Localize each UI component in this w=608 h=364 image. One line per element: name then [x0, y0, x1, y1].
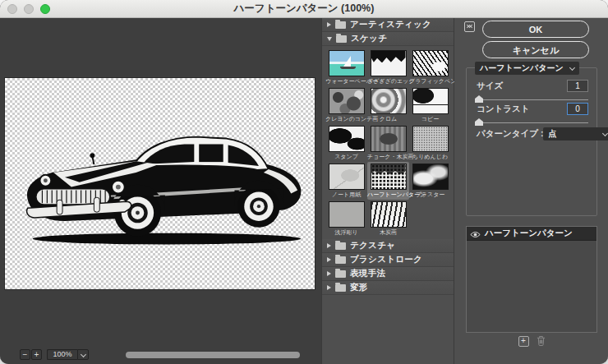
thumb-image — [412, 88, 449, 114]
category-label: ブラシストローク — [350, 254, 422, 265]
thumb-chrome[interactable]: クロム — [367, 86, 409, 124]
thumb-image — [329, 201, 365, 228]
contrast-slider[interactable] — [475, 117, 588, 126]
thumb-label: プラスター — [409, 191, 451, 198]
category-label: テクスチャ — [350, 240, 395, 251]
thumb-image — [329, 126, 365, 152]
folder-icon — [335, 270, 346, 278]
pattern-type-row: パターンタイプ : 点 — [477, 127, 588, 141]
chevron-right-icon — [327, 257, 331, 262]
thumb-label: クレヨンのコンテ画 — [325, 115, 367, 122]
pattern-type-value: 点 — [548, 128, 603, 140]
preview-pane: − + 100% — [0, 18, 321, 364]
category-brush-strokes[interactable]: ブラシストローク — [322, 253, 454, 267]
image-canvas[interactable] — [4, 77, 316, 290]
folder-icon — [335, 21, 346, 29]
pattern-type-dropdown[interactable]: 点 — [543, 127, 608, 141]
thumb-image — [412, 50, 449, 76]
thumb-bas-relief[interactable]: 浅浮彫り — [325, 200, 367, 237]
new-effect-layer-button[interactable]: + — [518, 336, 529, 347]
thumb-label: 浅浮彫り — [325, 228, 367, 236]
thumb-image — [371, 164, 407, 190]
thumb-image — [371, 201, 407, 228]
filter-gallery-dialog: ハーフトーンパターン (100%) — [0, 0, 608, 364]
size-row: サイズ — [477, 80, 588, 92]
ok-button[interactable]: OK — [482, 21, 589, 38]
size-slider[interactable] — [475, 94, 588, 103]
zoom-in-button[interactable]: + — [31, 349, 42, 360]
thumb-image — [371, 88, 407, 114]
slider-thumb[interactable] — [475, 95, 483, 103]
thumb-note-paper[interactable]: ノート用紙 — [325, 162, 367, 200]
thumb-charcoal[interactable]: 木炭画 — [367, 200, 409, 237]
thumb-label: グラフィックペン — [409, 77, 451, 85]
minimize-button[interactable] — [24, 4, 34, 14]
filter-options-group: ハーフトーンパターン サイズ コントラスト パターンタイプ : — [466, 67, 597, 216]
close-button[interactable] — [7, 4, 17, 14]
cancel-button[interactable]: キャンセル — [482, 41, 589, 58]
filter-select-dropdown[interactable]: ハーフトーンパターン — [475, 62, 579, 75]
thumb-image — [371, 50, 407, 76]
category-texture[interactable]: テクスチャ — [322, 239, 454, 253]
category-stylize[interactable]: 表現手法 — [322, 267, 454, 281]
slider-track — [475, 99, 588, 100]
contrast-input[interactable] — [567, 103, 588, 115]
category-sketch[interactable]: スケッチ — [322, 32, 454, 46]
chevron-right-icon — [327, 285, 331, 290]
title-bar[interactable]: ハーフトーンパターン (100%) — [0, 0, 608, 18]
filter-browser-pane: アーティスティック スケッチ ウォーターペーパー ぎざぎざのエッジ グラフィック… — [321, 18, 454, 364]
size-input[interactable] — [567, 80, 588, 92]
slider-track — [475, 122, 588, 123]
settings-pane: OK キャンセル ハーフトーンパターン サイズ コントラスト — [454, 18, 608, 364]
delete-effect-layer-icon[interactable] — [537, 335, 546, 347]
preview-status-bar: − + 100% — [0, 344, 321, 364]
category-distort[interactable]: 変形 — [322, 281, 454, 295]
thumb-reticulation[interactable]: ちりめんじわ — [409, 124, 451, 162]
thumb-label: 木炭画 — [367, 228, 409, 236]
horizontal-scrollbar[interactable] — [126, 352, 300, 358]
thumb-photocopy[interactable]: コピー — [409, 86, 451, 124]
thumb-torn-edges[interactable]: ぎざぎざのエッジ — [367, 48, 409, 86]
folder-icon — [335, 256, 346, 264]
thumb-image — [412, 126, 449, 152]
visibility-eye-icon[interactable] — [467, 227, 481, 241]
thumb-stamp[interactable]: スタンプ — [325, 124, 367, 162]
thumb-image — [329, 88, 365, 114]
thumb-conte-crayon[interactable]: クレヨンのコンテ画 — [325, 86, 367, 124]
thumb-halftone-pattern-selected[interactable]: ハーフトーンパターン — [367, 162, 409, 200]
chevron-right-icon — [327, 243, 331, 248]
open-folder-icon — [336, 35, 347, 43]
car-preview-image — [15, 119, 306, 247]
chevron-down-icon — [569, 64, 575, 70]
fullscreen-button[interactable] — [40, 4, 50, 14]
category-label: 表現手法 — [350, 268, 385, 279]
contrast-row: コントラスト — [477, 103, 588, 115]
thumb-water-paper[interactable]: ウォーターペーパー — [325, 48, 367, 86]
pattern-type-label: パターンタイプ : — [477, 128, 543, 140]
thumb-label: チョーク・木炭画 — [367, 153, 409, 160]
toggle-thumbnails-icon[interactable] — [464, 21, 475, 32]
dialog-title: ハーフトーンパターン (100%) — [234, 2, 375, 16]
thumb-label: コピー — [409, 115, 451, 122]
thumb-image — [329, 164, 365, 190]
thumb-label: ハーフトーンパターン — [367, 191, 409, 198]
thumb-label: ウォーターペーパー — [325, 77, 367, 85]
thumb-chalk-charcoal[interactable]: チョーク・木炭画 — [367, 124, 409, 162]
slider-thumb[interactable] — [475, 118, 483, 126]
filter-thumbnail-grid: ウォーターペーパー ぎざぎざのエッジ グラフィックペン クレヨンのコンテ画 クロ… — [322, 46, 454, 239]
thumb-graphic-pen[interactable]: グラフィックペン — [409, 48, 451, 86]
folder-icon — [335, 242, 346, 250]
zoom-out-button[interactable]: − — [20, 349, 30, 360]
thumb-image — [371, 126, 407, 152]
effect-layer-row[interactable]: ハーフトーンパターン — [467, 227, 596, 241]
effect-layer-actions: + — [466, 335, 597, 347]
category-artistic[interactable]: アーティスティック — [322, 18, 454, 32]
filter-select-value: ハーフトーンパターン — [480, 62, 570, 74]
zoom-level-value[interactable]: 100% — [47, 349, 77, 360]
category-label: アーティスティック — [350, 19, 431, 30]
thumb-image — [412, 164, 449, 190]
folder-icon — [335, 284, 346, 292]
zoom-level-dropdown[interactable] — [77, 349, 89, 360]
thumb-plaster[interactable]: プラスター — [409, 162, 451, 200]
category-label: スケッチ — [351, 33, 387, 44]
